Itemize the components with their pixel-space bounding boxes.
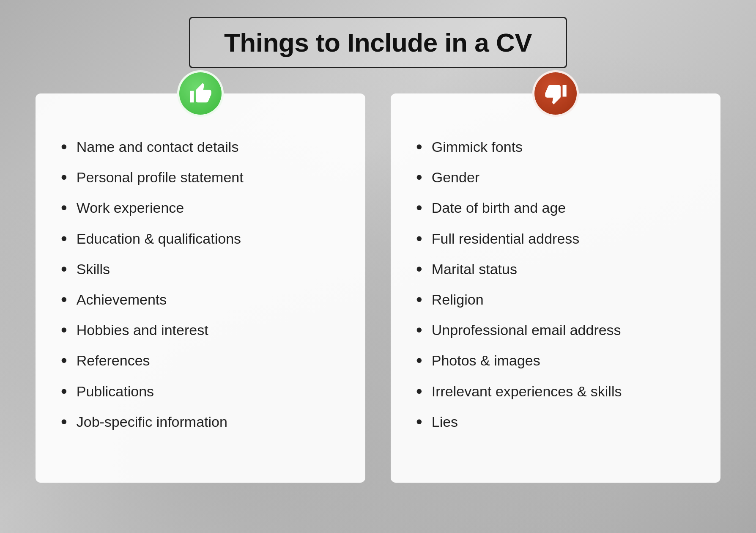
list-item: Lies [416,407,695,437]
include-column: Name and contact details Personal profil… [36,93,365,483]
include-list: Name and contact details Personal profil… [61,132,340,437]
exclude-list: Gimmick fonts Gender Date of birth and a… [416,132,695,437]
list-item: Unprofessional email address [416,315,695,345]
exclude-column: Gimmick fonts Gender Date of birth and a… [391,93,720,483]
list-item: Full residential address [416,223,695,254]
list-item: Work experience [61,192,340,223]
list-item: Achievements [61,284,340,315]
list-item: Skills [61,254,340,284]
list-item: Gender [416,162,695,192]
list-item: Gimmick fonts [416,132,695,162]
title-box: Things to Include in a CV [189,17,567,68]
thumbs-up-icon [177,70,224,117]
page-title: Things to Include in a CV [224,27,532,58]
list-item: Publications [61,376,340,407]
columns-wrapper: Name and contact details Personal profil… [36,93,720,483]
list-item: Job-specific information [61,407,340,437]
list-item: Education & qualifications [61,223,340,254]
list-item: Name and contact details [61,132,340,162]
list-item: Marital status [416,254,695,284]
list-item: Hobbies and interest [61,315,340,345]
list-item: References [61,345,340,376]
list-item: Religion [416,284,695,315]
content-wrapper: Things to Include in a CV Name and conta… [0,0,756,533]
list-item: Photos & images [416,345,695,376]
thumbs-down-icon [532,70,579,117]
list-item: Date of birth and age [416,192,695,223]
list-item: Personal profile statement [61,162,340,192]
list-item: Irrelevant experiences & skills [416,376,695,407]
